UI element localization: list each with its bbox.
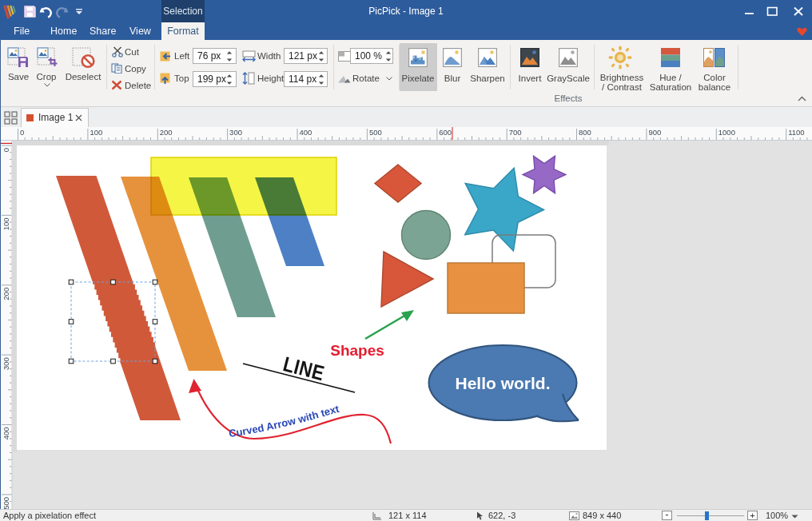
svg-text:400: 400 [300, 128, 312, 137]
svg-text:0: 0 [20, 128, 24, 137]
svg-text:200: 200 [160, 128, 173, 137]
svg-text:Hello world.: Hello world. [455, 374, 550, 392]
svg-text:100: 100 [90, 128, 102, 137]
svg-text:LINE: LINE [281, 352, 327, 385]
svg-text:1000: 1000 [718, 128, 735, 137]
svg-text:Shapes: Shapes [330, 342, 384, 359]
svg-text:900: 900 [648, 128, 661, 137]
svg-text:500: 500 [369, 128, 382, 137]
svg-text:700: 700 [509, 128, 522, 137]
svg-text:600: 600 [439, 128, 452, 137]
svg-text:300: 300 [229, 128, 242, 137]
svg-text:800: 800 [579, 128, 591, 137]
svg-text:1100: 1100 [788, 128, 804, 137]
